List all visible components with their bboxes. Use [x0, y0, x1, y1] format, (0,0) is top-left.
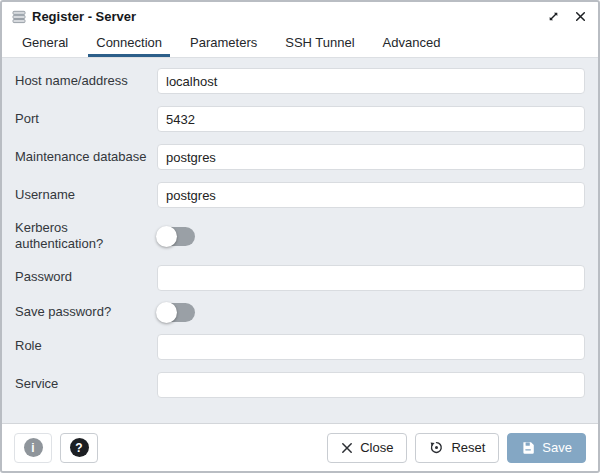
- username-label: Username: [15, 187, 157, 203]
- password-input[interactable]: [157, 265, 585, 291]
- tab-advanced[interactable]: Advanced: [375, 31, 449, 57]
- server-icon: [12, 10, 26, 24]
- reset-button[interactable]: Reset: [415, 433, 499, 463]
- tab-ssh-tunnel[interactable]: SSH Tunnel: [277, 31, 362, 57]
- field-row-username: Username: [15, 182, 585, 208]
- username-input[interactable]: [157, 182, 585, 208]
- toggle-knob: [156, 302, 177, 323]
- register-server-dialog: Register - Server: [0, 0, 600, 473]
- maintenance-db-label: Maintenance database: [15, 149, 157, 165]
- close-window-button[interactable]: [575, 11, 586, 22]
- expand-icon: [547, 10, 560, 23]
- maximize-button[interactable]: [547, 10, 560, 23]
- close-icon: [341, 442, 353, 454]
- field-row-role: Role: [15, 334, 585, 360]
- tab-general[interactable]: General: [14, 31, 76, 57]
- service-label: Service: [15, 376, 157, 392]
- help-button[interactable]: ?: [60, 433, 98, 463]
- reset-history-icon: [429, 440, 444, 455]
- port-input[interactable]: [157, 106, 585, 132]
- dialog-tabbar: General Connection Parameters SSH Tunnel…: [2, 31, 598, 58]
- tab-parameters[interactable]: Parameters: [182, 31, 265, 57]
- field-row-password: Password: [15, 265, 585, 291]
- field-row-port: Port: [15, 106, 585, 132]
- save-button[interactable]: Save: [507, 433, 586, 463]
- save-button-label: Save: [542, 440, 572, 455]
- reset-button-label: Reset: [451, 440, 485, 455]
- role-input[interactable]: [157, 334, 585, 360]
- role-label: Role: [15, 338, 157, 354]
- close-icon: [575, 11, 586, 22]
- toggle-knob: [156, 226, 177, 247]
- kerberos-label: Kerberos authentication?: [15, 220, 157, 253]
- dialog-title: Register - Server: [32, 9, 136, 24]
- maintenance-db-input[interactable]: [157, 144, 585, 170]
- password-label: Password: [15, 269, 157, 285]
- kerberos-auth-toggle[interactable]: [157, 227, 195, 246]
- dialog-titlebar: Register - Server: [2, 2, 598, 31]
- field-row-service: Service: [15, 372, 585, 398]
- field-row-maintenance-db: Maintenance database: [15, 144, 585, 170]
- close-button-label: Close: [360, 440, 393, 455]
- sql-info-button[interactable]: i: [14, 433, 52, 463]
- floppy-disk-icon: [521, 441, 535, 455]
- tab-connection[interactable]: Connection: [88, 31, 170, 57]
- field-row-kerberos: Kerberos authentication?: [15, 220, 585, 253]
- service-input[interactable]: [157, 372, 585, 398]
- port-label: Port: [15, 111, 157, 127]
- close-button[interactable]: Close: [327, 433, 407, 463]
- connection-form: Host name/address Port Maintenance datab…: [2, 58, 598, 423]
- info-icon: i: [24, 438, 43, 457]
- hostname-input[interactable]: [157, 68, 585, 94]
- field-row-save-password: Save password?: [15, 303, 585, 322]
- help-icon: ?: [70, 438, 89, 457]
- hostname-label: Host name/address: [15, 73, 157, 89]
- save-password-label: Save password?: [15, 304, 157, 320]
- dialog-footer: i ? Close Reset: [2, 423, 598, 471]
- field-row-hostname: Host name/address: [15, 68, 585, 94]
- save-password-toggle[interactable]: [157, 303, 195, 322]
